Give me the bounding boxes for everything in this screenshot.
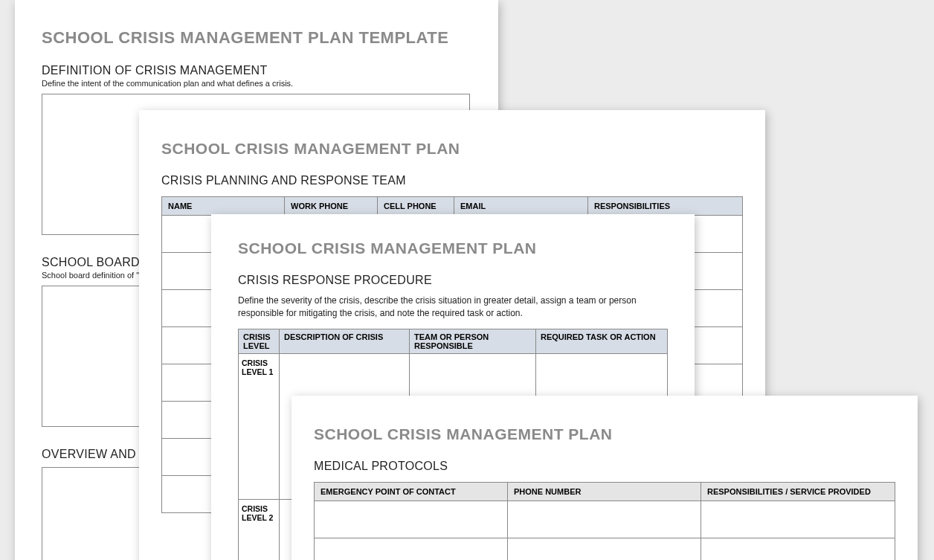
table-cell[interactable] — [508, 538, 701, 561]
table-cell[interactable] — [315, 538, 508, 561]
crisis-th-level: CRISIS LEVEL — [239, 329, 280, 353]
table-cell[interactable] — [701, 501, 895, 538]
page1-section1-sub: Define the intent of the communication p… — [42, 79, 471, 88]
page2-section: CRISIS PLANNING AND RESPONSE TEAM — [161, 174, 743, 187]
team-th-resp: RESPONSIBILITIES — [588, 197, 743, 216]
table-cell[interactable] — [701, 538, 895, 561]
page1-section1-heading: DEFINITION OF CRISIS MANAGEMENT — [42, 64, 471, 77]
med-th-contact: EMERGENCY POINT OF CONTACT — [315, 483, 508, 501]
med-th-resp: RESPONSIBILITIES / SERVICE PROVIDED — [701, 483, 895, 501]
team-th-email: EMAIL — [454, 197, 588, 216]
page3-sub: Define the severity of the crisis, descr… — [238, 295, 668, 320]
page4-section: MEDICAL PROTOCOLS — [314, 460, 895, 473]
medical-table: EMERGENCY POINT OF CONTACT PHONE NUMBER … — [314, 482, 895, 560]
table-cell[interactable] — [315, 501, 508, 538]
page2-title: SCHOOL CRISIS MANAGEMENT PLAN — [161, 140, 743, 158]
team-th-name: NAME — [162, 197, 285, 216]
med-th-phone: PHONE NUMBER — [508, 483, 701, 501]
crisis-th-team: TEAM OR PERSON RESPONSIBLE — [410, 329, 536, 353]
page-4: SCHOOL CRISIS MANAGEMENT PLAN MEDICAL PR… — [292, 396, 918, 560]
crisis-th-desc: DESCRIPTION OF CRISIS — [280, 329, 410, 353]
page4-title: SCHOOL CRISIS MANAGEMENT PLAN — [314, 425, 895, 443]
page1-title: SCHOOL CRISIS MANAGEMENT PLAN TEMPLATE — [42, 28, 471, 48]
team-th-workphone: WORK PHONE — [285, 197, 378, 216]
page3-title: SCHOOL CRISIS MANAGEMENT PLAN — [238, 239, 668, 257]
team-th-cellphone: CELL PHONE — [378, 197, 454, 216]
crisis-th-task: REQUIRED TASK OR ACTION — [536, 329, 668, 353]
table-cell[interactable] — [508, 501, 701, 538]
crisis-level-2-label: CRISIS LEVEL 2 — [239, 499, 280, 560]
page3-section: CRISIS RESPONSE PROCEDURE — [238, 274, 668, 287]
crisis-level-1-label: CRISIS LEVEL 1 — [239, 353, 280, 499]
